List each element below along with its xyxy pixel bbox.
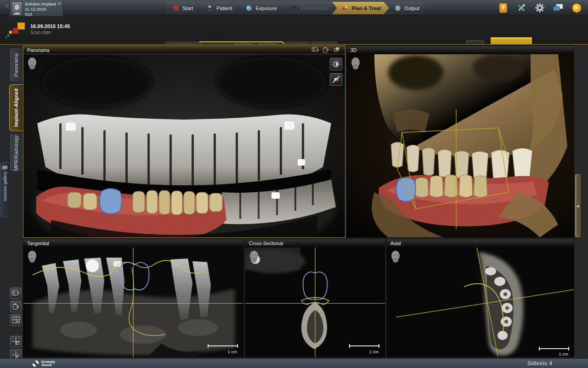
home-icon (173, 5, 179, 11)
axial-view-panel: Axial (386, 239, 574, 357)
orientation-head-icon (350, 57, 361, 70)
phase-examination[interactable]: Examination (281, 2, 337, 14)
workspace-tab-implant-aligned[interactable]: Implant-Aligned (9, 84, 23, 131)
maximize-icon[interactable] (334, 47, 341, 53)
support-tools-icon[interactable] (515, 2, 527, 14)
copy-to-clipboard-icon[interactable] (323, 47, 330, 53)
scan-date-block: 16.09.2015 15:45 Scan date (30, 23, 70, 35)
examination-icon (291, 5, 297, 11)
orientation-head-icon (27, 57, 38, 70)
patient-info: Solution Implant 11.12.2010 013 (25, 1, 56, 17)
axial-canvas[interactable]: 1 cm (387, 247, 574, 357)
export-image-button[interactable] (10, 288, 22, 299)
view-tool-stack (10, 288, 22, 361)
session-gallery-tab[interactable]: Session gallery (0, 162, 9, 218)
colored-squares-icon (342, 5, 349, 11)
3d-title: 3D (351, 47, 356, 53)
workspace-area: Panorama Implant-Aligned MPR/Radiology S… (0, 44, 588, 359)
scale-bar (539, 347, 569, 351)
3d-header: 3D (347, 46, 574, 54)
phase-output[interactable]: Output (384, 2, 428, 14)
settings-gear-icon[interactable] (534, 2, 546, 14)
phase-patient[interactable]: Patient (197, 2, 240, 14)
panorama-title: Panorama (27, 47, 49, 53)
workspace-tab-mpr-radiology[interactable]: MPR/Radiology (9, 133, 23, 172)
phase-plan-treat[interactable]: Plan & Treat (332, 2, 390, 14)
focus-crosshair-button[interactable] (10, 336, 22, 347)
scale-label: 1 cm (369, 349, 379, 354)
phase-navigation: Start Patient Exposure Examination Plan … (166, 2, 428, 14)
patient-birthdate: 11.12.2010 (25, 6, 56, 12)
copy-to-clipboard-button[interactable] (10, 301, 22, 312)
scale-bar (208, 344, 238, 348)
panorama-header: Panorama (23, 46, 345, 54)
workspace-tab-panorama[interactable]: Panorama (9, 47, 23, 82)
3d-view-panel: 3D (346, 46, 574, 238)
vendor-name-line1: Dentsply (41, 360, 55, 363)
help-icon[interactable]: ? (497, 2, 509, 14)
vendor-logo: Dentsply Sirona (32, 360, 55, 367)
reset-layout-button[interactable] (10, 314, 22, 326)
orientation-head-icon (249, 250, 260, 263)
person-icon (207, 5, 213, 11)
brightness-contrast-button[interactable] (330, 58, 342, 70)
export-image-icon[interactable] (312, 47, 319, 53)
cross-sectional-header: Cross-Sectional (245, 239, 385, 247)
tangential-title: Tangential (27, 241, 49, 246)
title-bar: Solution Implant 11.12.2010 013 × Start … (0, 0, 588, 16)
patient-name: Solution Implant (25, 1, 56, 6)
panorama-canvas[interactable] (23, 54, 345, 237)
dentsply-sirona-logo-icon (32, 360, 39, 367)
axial-header: Axial (387, 239, 574, 247)
orientation-head-icon (27, 250, 38, 263)
system-icons: ? (497, 1, 582, 14)
patient-avatar (11, 1, 23, 15)
hide-objects-button[interactable] (330, 73, 342, 86)
axial-title: Axial (390, 241, 401, 246)
panorama-view-panel: Panorama (23, 46, 345, 238)
product-name: Sidexis 4 (527, 360, 552, 367)
orientation-head-icon (390, 250, 401, 263)
3d-canvas[interactable] (347, 54, 574, 237)
vendor-name-line2: Sirona (41, 363, 55, 367)
gallery-icon (3, 166, 7, 169)
sicat-logo (12, 23, 26, 38)
status-bar: Dentsply Sirona Sidexis 4 (0, 359, 588, 368)
output-globe-icon (395, 5, 401, 11)
cross-sectional-title: Cross-Sectional (249, 241, 283, 246)
scan-datetime: 16.09.2015 15:45 (30, 23, 70, 29)
exposure-globe-icon (246, 5, 252, 11)
tangential-header: Tangential (23, 239, 243, 247)
cross-sectional-canvas[interactable]: 1 cm (245, 247, 385, 357)
scale-bar (349, 344, 379, 348)
active-patient-card[interactable]: Solution Implant 11.12.2010 013 × (9, 0, 63, 18)
scale-label: 1 cm (559, 351, 568, 356)
windows-icon[interactable] (552, 2, 564, 14)
scale-label: 1 cm (227, 349, 237, 354)
phase-start[interactable]: Start (166, 2, 201, 14)
scan-date-label: Scan date (30, 30, 70, 35)
close-icon[interactable]: × (571, 2, 582, 14)
sicat-toolbar: 16.09.2015 15:45 Scan date Diagnose Prep… (0, 16, 588, 44)
phase-exposure[interactable]: Exposure (236, 2, 285, 14)
cross-sectional-view-panel: Cross-Sectional (245, 239, 385, 357)
tangential-view-panel: Tangential (23, 239, 244, 357)
tangential-canvas[interactable]: 1 cm (23, 247, 243, 357)
object-bar-collapse-handle[interactable]: ◀ (575, 174, 580, 237)
close-patient-icon[interactable]: × (58, 1, 61, 6)
